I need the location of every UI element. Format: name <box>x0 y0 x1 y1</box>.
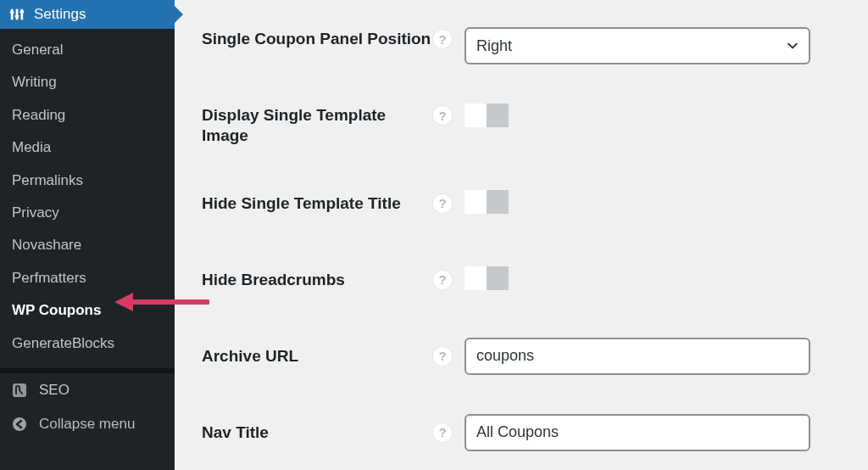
sidebar-item-wp-coupons[interactable]: WP Coupons <box>0 294 175 327</box>
help-icon[interactable]: ? <box>432 346 453 366</box>
sidebar-item-media[interactable]: Media <box>0 131 175 164</box>
setting-label: Nav Title <box>202 422 432 443</box>
sidebar-item-writing[interactable]: Writing <box>0 66 175 98</box>
svg-rect-3 <box>10 11 14 14</box>
setting-label: Archive URL <box>202 346 432 366</box>
sidebar-item-general[interactable]: General <box>0 34 175 66</box>
select-value: Right <box>476 37 512 55</box>
chevron-down-icon <box>785 38 800 53</box>
setting-row-hide-breadcrumbs: Hide Breadcrumbs ? <box>202 261 831 299</box>
setting-row-nav-title: Nav Title ? <box>202 414 831 451</box>
sidebar-item-seo-label: SEO <box>39 382 70 399</box>
svg-rect-5 <box>20 11 25 14</box>
panel-position-select[interactable]: Right <box>465 27 810 64</box>
hide-breadcrumbs-toggle[interactable] <box>465 266 509 290</box>
settings-form: Single Coupon Panel Position ? Right Dis… <box>175 0 868 470</box>
settings-icon <box>8 6 25 23</box>
setting-row-panel-position: Single Coupon Panel Position ? Right <box>202 27 831 64</box>
svg-rect-0 <box>11 9 14 20</box>
sidebar-item-permalinks[interactable]: Permalinks <box>0 165 175 197</box>
nav-title-input[interactable] <box>465 414 810 451</box>
help-icon[interactable]: ? <box>432 193 453 214</box>
sidebar-item-perfmatters[interactable]: Perfmatters <box>0 262 175 294</box>
sidebar-header-label: Settings <box>34 6 86 23</box>
sidebar-item-novashare[interactable]: Novashare <box>0 229 175 261</box>
admin-sidebar: Settings General Writing Reading Media P… <box>0 0 175 470</box>
setting-row-hide-title: Hide Single Template Title ? <box>202 185 831 222</box>
collapse-menu[interactable]: Collapse menu <box>0 407 175 441</box>
svg-rect-1 <box>16 9 19 20</box>
help-icon[interactable]: ? <box>432 270 453 290</box>
svg-rect-4 <box>15 15 19 18</box>
single-image-toggle[interactable] <box>465 104 509 127</box>
setting-label: Hide Breadcrumbs <box>202 270 432 290</box>
sidebar-submenu: General Writing Reading Media Permalinks… <box>0 29 175 368</box>
help-icon[interactable]: ? <box>432 29 453 49</box>
svg-point-7 <box>13 417 26 431</box>
setting-row-single-image: Display Single Template Image ? <box>202 104 831 146</box>
setting-row-archive-url: Archive URL ? <box>202 338 831 375</box>
setting-label: Hide Single Template Title <box>202 193 432 214</box>
sidebar-item-reading[interactable]: Reading <box>0 99 175 131</box>
sidebar-header-settings[interactable]: Settings <box>0 0 175 29</box>
seo-icon <box>10 381 29 400</box>
setting-label: Display Single Template Image <box>202 104 432 146</box>
sidebar-item-privacy[interactable]: Privacy <box>0 197 175 229</box>
archive-url-input[interactable] <box>465 338 810 375</box>
help-icon[interactable]: ? <box>432 422 453 443</box>
collapse-menu-label: Collapse menu <box>39 416 135 433</box>
sidebar-item-seo[interactable]: SEO <box>0 373 175 407</box>
setting-label: Single Coupon Panel Position <box>202 27 432 49</box>
sidebar-item-generateblocks[interactable]: GenerateBlocks <box>0 327 175 360</box>
hide-title-toggle[interactable] <box>465 190 509 214</box>
collapse-icon <box>10 415 29 434</box>
help-icon[interactable]: ? <box>432 105 453 126</box>
